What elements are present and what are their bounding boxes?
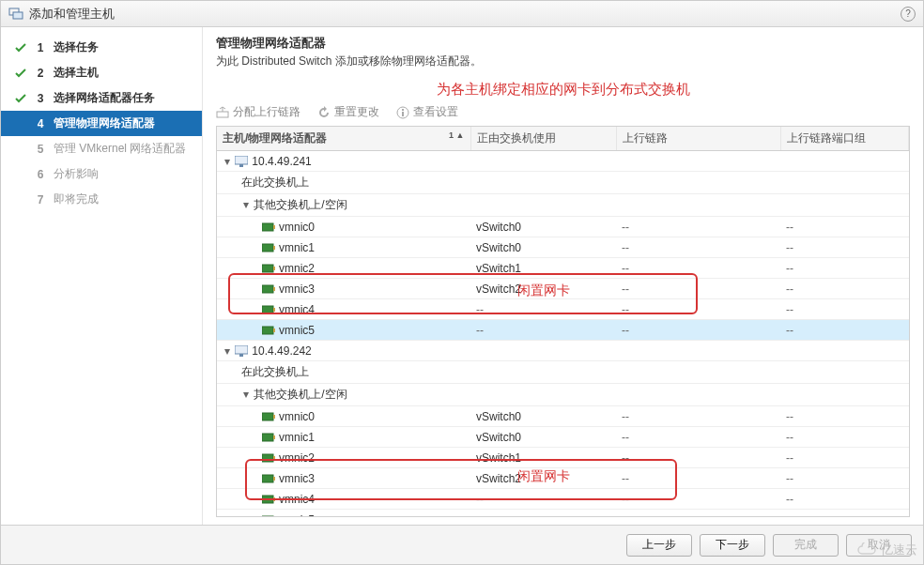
other-idle-row[interactable]: ▾ 其他交换机上/空闲 [217,194,909,217]
nic-name: vmnic0 [279,221,315,234]
other-idle-row[interactable]: ▾ 其他交换机上/空闲 [217,384,909,406]
nic-used: -- [470,320,616,341]
svg-rect-27 [273,456,275,460]
nic-uplink: -- [616,299,780,320]
host-row[interactable]: ▾ 10.4.49.242 [217,341,909,361]
nic-row[interactable]: vmnic2vSwitch1---- [217,448,909,468]
nic-row[interactable]: vmnic4------ [217,299,909,320]
hosts-icon [8,7,23,22]
nic-used: vSwitch0 [470,237,616,258]
collapse-icon[interactable]: ▾ [223,155,232,168]
svg-rect-12 [262,265,273,272]
annotation-bind-hosts: 为各主机绑定相应的网卡到分布式交换机 [216,81,910,99]
svg-rect-13 [273,267,275,270]
nic-row[interactable]: vmnic5------ [217,320,909,341]
on-this-switch-row: 在此交换机上 [217,361,909,384]
step-number: 1 [35,41,46,54]
nic-row[interactable]: vmnic1vSwitch0---- [217,237,909,258]
col-uplink-group[interactable]: 上行链路端口组 [780,127,909,151]
col-host-nic[interactable]: 主机/物理网络适配器 1 ▲ [217,127,470,151]
svg-rect-1 [13,12,23,19]
nic-uplink: -- [616,320,780,341]
collapse-icon[interactable]: ▾ [241,388,251,401]
collapse-icon[interactable]: ▾ [223,344,232,358]
assign-uplink-button[interactable]: 分配上行链路 [216,104,300,120]
nic-group: -- [780,468,909,489]
nic-row[interactable]: vmnic1vSwitch0---- [217,427,909,448]
assign-uplink-label: 分配上行链路 [233,104,300,120]
wizard-content: 管理物理网络适配器 为此 Distributed Switch 添加或移除物理网… [203,27,923,525]
sort-indicator: 1 ▲ [449,130,464,140]
reset-changes-button[interactable]: 重置更改 [317,104,379,120]
nic-row[interactable]: vmnic3vSwitch2---- [217,279,909,299]
nic-icon [262,494,275,505]
svg-rect-6 [235,156,248,164]
nic-used: -- [470,489,616,510]
titlebar: 添加和管理主机 ? [1,1,923,27]
step-number: 2 [35,67,46,80]
nic-name: vmnic1 [279,431,315,444]
nic-grid: 主机/物理网络适配器 1 ▲ 正由交换机使用 上行链路 上行链路端口组 ▾ 10… [217,127,909,517]
nic-grid-wrapper: 主机/物理网络适配器 1 ▲ 正由交换机使用 上行链路 上行链路端口组 ▾ 10… [216,126,910,517]
step-label: 管理物理网络适配器 [54,115,192,131]
nic-name: vmnic5 [279,324,315,337]
collapse-icon[interactable]: ▾ [241,198,251,211]
nic-group: -- [780,299,909,320]
svg-rect-30 [262,496,273,503]
step-marker [14,193,27,206]
back-button[interactable]: 上一步 [626,534,692,557]
nic-icon [262,263,275,274]
reset-changes-label: 重置更改 [334,104,379,120]
wizard-step-1[interactable]: 1选择任务 [1,35,202,60]
nic-row[interactable]: vmnic2vSwitch1---- [217,258,909,279]
nic-icon [262,514,275,517]
svg-rect-28 [262,475,273,482]
svg-rect-14 [262,285,273,293]
svg-rect-29 [273,477,275,481]
finish-button: 完成 [773,534,839,557]
nic-group: -- [780,489,909,510]
step-number: 7 [35,193,46,206]
step-label: 即将完成 [54,191,192,207]
nic-row[interactable]: vmnic5------ [217,510,909,518]
nic-name: vmnic1 [279,241,315,254]
nic-row[interactable]: vmnic4------ [217,489,909,510]
next-button[interactable]: 下一步 [700,534,765,557]
nic-group: -- [780,320,909,341]
host-row[interactable]: ▾ 10.4.49.241 [217,151,909,172]
cancel-button: 取消 [846,534,912,557]
step-marker [14,117,27,130]
nic-row[interactable]: vmnic0vSwitch0---- [217,406,909,427]
wizard-footer: 上一步 下一步 完成 取消 [1,525,923,564]
wizard-step-2[interactable]: 2选择主机 [1,60,202,85]
col-in-use[interactable]: 正由交换机使用 [470,127,616,151]
step-number: 3 [35,92,46,105]
view-settings-button[interactable]: 查看设置 [396,104,458,120]
nic-name: vmnic0 [279,410,315,423]
nic-group: -- [780,258,909,279]
host-name: 10.4.49.242 [252,344,311,358]
wizard-step-3[interactable]: 3选择网络适配器任务 [1,85,202,111]
svg-rect-21 [239,354,243,357]
nic-name: vmnic5 [279,513,315,518]
wizard-step-7: 7即将完成 [1,187,202,212]
nic-used: vSwitch1 [470,448,616,468]
col-uplink[interactable]: 上行链路 [616,127,780,151]
nic-icon [262,432,275,443]
nic-uplink: -- [616,468,780,489]
svg-rect-18 [262,327,273,334]
nic-icon [262,242,275,253]
nic-used: -- [470,510,616,518]
wizard-step-5: 5管理 VMkernel 网络适配器 [1,136,202,161]
nic-group: -- [780,427,909,448]
help-icon[interactable]: ? [901,7,916,22]
wizard-step-4[interactable]: 4管理物理网络适配器 [1,111,202,136]
svg-rect-31 [273,497,275,501]
svg-rect-5 [402,109,404,111]
nic-row[interactable]: vmnic0vSwitch0---- [217,217,909,237]
nic-uplink: -- [616,448,780,468]
wizard-steps-sidebar: 1选择任务2选择主机3选择网络适配器任务4管理物理网络适配器5管理 VMkern… [1,27,203,525]
nic-row[interactable]: vmnic3vSwitch2---- [217,468,909,489]
nic-uplink: -- [616,489,780,510]
nic-name: vmnic3 [279,472,315,485]
